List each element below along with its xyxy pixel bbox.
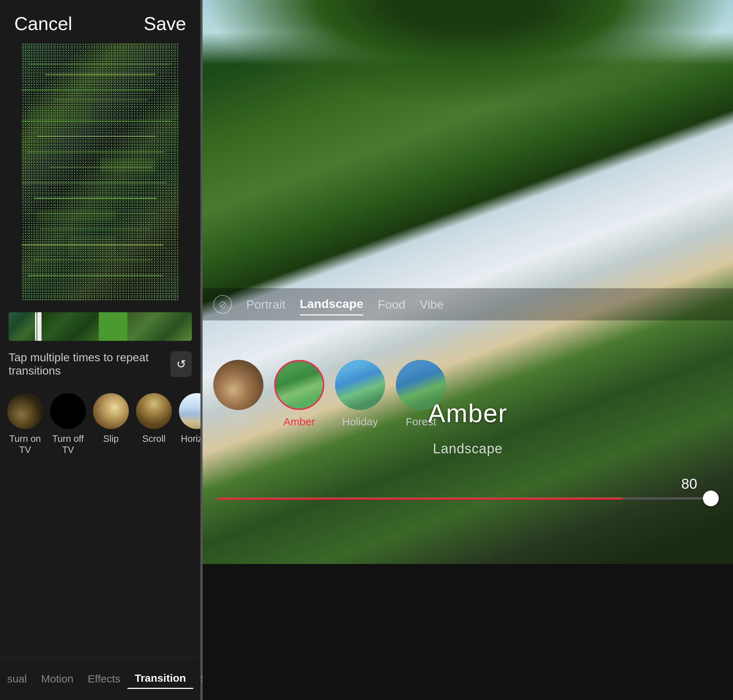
waterfall-background (203, 0, 733, 564)
transition-item-turn-on-tv[interactable]: Turn on TV (7, 393, 43, 456)
bottom-navigation: sual Motion Effects Transition Split (0, 657, 200, 700)
right-bottom-area (203, 564, 733, 700)
slider-thumb[interactable] (703, 491, 719, 506)
filter-thumb-amber (274, 360, 324, 410)
transition-item-slip[interactable]: Slip (93, 393, 129, 444)
timeline-segment-4 (128, 312, 192, 341)
filter-item-amber[interactable]: Amber (274, 360, 324, 428)
transition-thumb-scroll (136, 393, 172, 429)
transition-items-container: Turn on TV Turn off TV Slip Scroll Horiz… (0, 387, 200, 461)
video-preview (22, 43, 179, 301)
filter-items-container: Lime Amber Holiday Forest (203, 360, 733, 428)
slider-fill (217, 497, 623, 500)
transition-thumb-turn-on-tv (7, 393, 43, 429)
filter-thumb-lime (213, 360, 263, 410)
transition-item-turn-off-tv[interactable]: Turn off TV (50, 393, 86, 456)
filter-label-holiday: Holiday (342, 416, 378, 428)
timeline-segment-3 (99, 312, 128, 341)
transition-label-horizon: Horizon (181, 433, 200, 444)
filter-item-forest[interactable]: Forest (396, 360, 446, 428)
transition-label-scroll: Scroll (142, 433, 165, 444)
bottom-nav-effects[interactable]: Effects (81, 669, 128, 688)
category-tab-portrait[interactable]: Portrait (246, 294, 286, 315)
left-header: Cancel Save (0, 0, 200, 43)
category-tab-landscape[interactable]: Landscape (300, 293, 364, 315)
transition-thumb-horizon (179, 393, 200, 429)
undo-icon: ↺ (176, 357, 186, 371)
category-tabs: ⊘ Portrait Landscape Food Vibe (203, 288, 733, 321)
bottom-nav-motion[interactable]: Motion (34, 669, 81, 688)
left-panel: Cancel Save (0, 0, 200, 700)
filter-label-lime: Lime (226, 416, 250, 428)
intensity-slider[interactable] (217, 497, 711, 500)
image-area: Amber Landscape 80 ⊘ Portrait Landscape … (203, 0, 733, 564)
glitch-lines (22, 43, 179, 301)
transition-thumb-slip (93, 393, 129, 429)
category-tab-food[interactable]: Food (378, 294, 405, 315)
timeline-strip[interactable] (9, 312, 192, 341)
bottom-nav-transition[interactable]: Transition (128, 669, 193, 689)
slider-value: 80 (682, 476, 698, 492)
save-button[interactable]: Save (144, 13, 186, 34)
glitch-preview (22, 43, 179, 301)
timeline-segment-2 (41, 312, 99, 341)
undo-button[interactable]: ↺ (170, 351, 192, 377)
filter-item-lime[interactable]: Lime (213, 360, 263, 428)
instructions-text: Tap multiple times to repeat transitions (9, 351, 170, 377)
category-tab-vibe[interactable]: Vibe (420, 294, 444, 315)
transition-label-turn-off-tv: Turn off TV (50, 433, 86, 456)
category-name-label: Landscape (433, 441, 503, 456)
transition-item-scroll[interactable]: Scroll (136, 393, 172, 444)
filter-item-holiday[interactable]: Holiday (335, 360, 385, 428)
instructions-row: Tap multiple times to repeat transitions… (0, 348, 200, 380)
filter-thumb-forest (396, 360, 446, 410)
slider-area: 80 (217, 497, 719, 500)
right-panel: Amber Landscape 80 ⊘ Portrait Landscape … (203, 0, 733, 700)
category-tab-none[interactable]: ⊘ (213, 295, 232, 314)
timeline-segment-1 (9, 312, 37, 341)
leaves-overlay (203, 0, 733, 107)
filter-label-amber: Amber (284, 416, 315, 428)
transition-label-turn-on-tv: Turn on TV (7, 433, 43, 456)
bottom-nav-visual[interactable]: sual (0, 669, 34, 688)
transition-item-horizon[interactable]: Horizon (179, 393, 200, 444)
transition-label-slip: Slip (103, 433, 119, 444)
filter-thumb-holiday (335, 360, 385, 410)
transition-thumb-turn-off-tv (50, 393, 86, 429)
timeline-playhead (35, 312, 37, 341)
cancel-button[interactable]: Cancel (14, 13, 72, 34)
timeline-playhead-marker (37, 312, 41, 341)
filter-label-forest: Forest (405, 416, 436, 428)
